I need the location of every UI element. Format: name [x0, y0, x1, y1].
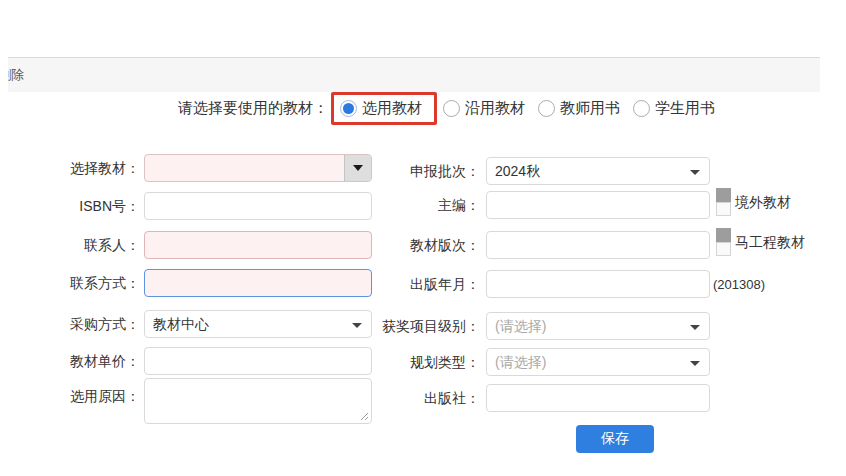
- award-level-value: (请选择): [495, 313, 546, 339]
- application-batch-dropdown[interactable]: 2024秋: [486, 157, 710, 185]
- application-batch-value: 2024秋: [495, 158, 540, 184]
- checkbox-icon[interactable]: [716, 242, 731, 256]
- radio-checked-icon[interactable]: [340, 100, 357, 117]
- chief-editor-input[interactable]: [486, 191, 710, 219]
- select-textbook-dropdown[interactable]: [144, 154, 372, 182]
- textbook-type-radio-group: 请选择要使用的教材： 选用教材 沿用教材 教师用书 学生用书: [178, 90, 728, 126]
- contact-person-input[interactable]: [144, 231, 372, 259]
- save-button[interactable]: 保存: [576, 425, 654, 453]
- label-award-level: 获奖项目级别：: [348, 318, 480, 336]
- planning-type-dropdown[interactable]: (请选择): [486, 348, 710, 376]
- radio-option-selected-textbook[interactable]: 选用教材: [340, 99, 422, 118]
- checkbox-label: 境外教材: [735, 194, 791, 212]
- label-planning-type: 规划类型：: [348, 354, 480, 372]
- radio-option-continued-textbook[interactable]: 沿用教材: [443, 99, 525, 118]
- label-purchase-method: 采购方式：: [8, 316, 140, 334]
- page: 删除 请选择要使用的教材： 选用教材 沿用教材 教师用书 学生用书 选择教材： …: [0, 0, 846, 476]
- selection-reason-textarea[interactable]: [144, 378, 372, 424]
- radio-option-student-book[interactable]: 学生用书: [633, 99, 715, 118]
- label-application-batch: 申报批次：: [348, 163, 480, 181]
- chevron-down-icon: [690, 325, 700, 330]
- publish-date-format-hint: (201308): [713, 277, 765, 292]
- isbn-input[interactable]: [144, 192, 372, 220]
- label-publish-date: 出版年月：: [348, 276, 480, 294]
- checkbox-icon[interactable]: [716, 188, 731, 203]
- publisher-input[interactable]: [486, 384, 710, 412]
- radio-option-label: 学生用书: [655, 99, 715, 118]
- checkbox-icon[interactable]: [716, 228, 731, 243]
- radio-unchecked-icon[interactable]: [538, 100, 555, 117]
- label-publisher: 出版社：: [348, 390, 480, 408]
- unit-price-input[interactable]: [144, 347, 372, 375]
- radio-option-teacher-book[interactable]: 教师用书: [538, 99, 620, 118]
- checkbox-icon[interactable]: [716, 202, 731, 216]
- label-selection-reason: 选用原因：: [8, 388, 140, 406]
- label-contact-person: 联系人：: [8, 237, 140, 255]
- label-contact-method: 联系方式：: [8, 275, 140, 293]
- checkbox-label: 马工程教材: [735, 234, 805, 252]
- chevron-down-icon: [690, 170, 700, 175]
- publish-date-input[interactable]: [486, 270, 710, 298]
- radio-unchecked-icon[interactable]: [633, 100, 650, 117]
- radio-group-prompt: 请选择要使用的教材：: [178, 99, 328, 118]
- toolbar-band: 删除: [8, 57, 820, 92]
- highlight-red-box: 选用教材: [331, 92, 437, 125]
- radio-option-label: 教师用书: [560, 99, 620, 118]
- radio-unchecked-icon[interactable]: [443, 100, 460, 117]
- planning-type-value: (请选择): [495, 349, 546, 375]
- label-textbook-edition: 教材版次：: [348, 237, 480, 255]
- label-chief-editor: 主编：: [348, 197, 480, 215]
- selection-reason-wrap: [144, 378, 372, 424]
- contact-method-input[interactable]: [144, 269, 372, 297]
- radio-option-label: 选用教材: [362, 99, 422, 118]
- purchase-method-value: 教材中心: [153, 311, 209, 337]
- label-isbn: ISBN号：: [8, 198, 140, 216]
- purchase-method-dropdown[interactable]: 教材中心: [144, 310, 372, 338]
- chevron-down-icon: [690, 361, 700, 366]
- award-level-dropdown[interactable]: (请选择): [486, 312, 710, 340]
- textbook-edition-input[interactable]: [486, 231, 710, 259]
- radio-option-label: 沿用教材: [465, 99, 525, 118]
- delete-button[interactable]: 删除: [8, 66, 24, 84]
- label-unit-price: 教材单价：: [8, 353, 140, 371]
- label-select-textbook: 选择教材：: [8, 160, 140, 178]
